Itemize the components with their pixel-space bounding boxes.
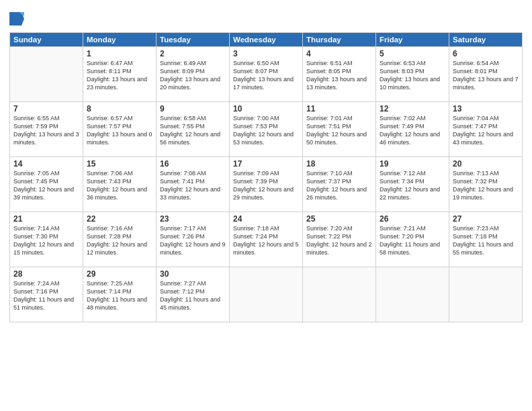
day-number: 12 xyxy=(380,104,445,113)
day-number: 6 xyxy=(453,49,519,58)
day-info: Sunrise: 7:24 AM Sunset: 7:16 PM Dayligh… xyxy=(13,279,79,312)
day-number: 7 xyxy=(13,104,79,113)
day-info: Sunrise: 7:16 AM Sunset: 7:28 PM Dayligh… xyxy=(87,224,152,257)
day-info: Sunrise: 6:51 AM Sunset: 8:05 PM Dayligh… xyxy=(306,59,372,92)
day-info: Sunrise: 7:13 AM Sunset: 7:32 PM Dayligh… xyxy=(453,169,519,202)
calendar-cell: 27Sunrise: 7:23 AM Sunset: 7:18 PM Dayli… xyxy=(449,212,523,267)
header-saturday: Saturday xyxy=(449,33,523,47)
day-info: Sunrise: 7:08 AM Sunset: 7:41 PM Dayligh… xyxy=(160,169,226,202)
calendar-week-row: 7Sunrise: 6:55 AM Sunset: 7:59 PM Daylig… xyxy=(10,102,523,157)
calendar-week-row: 14Sunrise: 7:05 AM Sunset: 7:45 PM Dayli… xyxy=(10,157,523,212)
day-info: Sunrise: 7:04 AM Sunset: 7:47 PM Dayligh… xyxy=(453,114,519,147)
day-number: 15 xyxy=(87,159,152,169)
day-number: 20 xyxy=(453,159,519,169)
calendar-cell xyxy=(376,267,449,322)
calendar-cell: 19Sunrise: 7:12 AM Sunset: 7:34 PM Dayli… xyxy=(376,157,449,212)
calendar-cell: 23Sunrise: 7:17 AM Sunset: 7:26 PM Dayli… xyxy=(157,212,230,267)
calendar-cell: 1Sunrise: 6:47 AM Sunset: 8:11 PM Daylig… xyxy=(83,47,157,102)
day-number: 4 xyxy=(306,49,372,58)
day-info: Sunrise: 7:09 AM Sunset: 7:39 PM Dayligh… xyxy=(233,169,299,202)
day-info: Sunrise: 6:58 AM Sunset: 7:55 PM Dayligh… xyxy=(160,114,226,147)
calendar-cell: 26Sunrise: 7:21 AM Sunset: 7:20 PM Dayli… xyxy=(376,212,449,267)
day-number: 18 xyxy=(306,159,372,169)
day-number: 28 xyxy=(13,269,79,279)
calendar-container: Sunday Monday Tuesday Wednesday Thursday… xyxy=(0,0,532,411)
day-number: 2 xyxy=(160,49,226,58)
day-info: Sunrise: 6:47 AM Sunset: 8:11 PM Dayligh… xyxy=(87,59,152,92)
header-monday: Monday xyxy=(83,33,157,47)
calendar-cell: 10Sunrise: 7:00 AM Sunset: 7:53 PM Dayli… xyxy=(230,102,303,157)
header-sunday: Sunday xyxy=(10,33,83,47)
day-number: 22 xyxy=(87,214,152,224)
day-number: 13 xyxy=(453,104,519,113)
day-number: 1 xyxy=(87,49,152,58)
day-number: 17 xyxy=(233,159,299,169)
day-info: Sunrise: 7:23 AM Sunset: 7:18 PM Dayligh… xyxy=(453,224,519,257)
header-tuesday: Tuesday xyxy=(157,33,230,47)
day-number: 25 xyxy=(306,214,372,224)
weekday-header-row: Sunday Monday Tuesday Wednesday Thursday… xyxy=(10,33,523,47)
calendar-cell: 17Sunrise: 7:09 AM Sunset: 7:39 PM Dayli… xyxy=(230,157,303,212)
day-number: 30 xyxy=(160,269,226,279)
calendar-cell: 29Sunrise: 7:25 AM Sunset: 7:14 PM Dayli… xyxy=(83,267,157,322)
day-number: 16 xyxy=(160,159,226,169)
day-number: 24 xyxy=(233,214,299,224)
day-number: 8 xyxy=(87,104,152,113)
calendar-cell: 14Sunrise: 7:05 AM Sunset: 7:45 PM Dayli… xyxy=(10,157,83,212)
day-info: Sunrise: 7:12 AM Sunset: 7:34 PM Dayligh… xyxy=(380,169,445,202)
calendar-cell xyxy=(303,267,376,322)
calendar-cell: 16Sunrise: 7:08 AM Sunset: 7:41 PM Dayli… xyxy=(157,157,230,212)
calendar-cell: 11Sunrise: 7:01 AM Sunset: 7:51 PM Dayli… xyxy=(303,102,376,157)
day-number: 5 xyxy=(380,49,445,58)
day-number: 26 xyxy=(380,214,445,224)
day-info: Sunrise: 7:10 AM Sunset: 7:37 PM Dayligh… xyxy=(306,169,372,202)
day-number: 10 xyxy=(233,104,299,113)
calendar-week-row: 28Sunrise: 7:24 AM Sunset: 7:16 PM Dayli… xyxy=(10,267,523,322)
calendar-cell: 2Sunrise: 6:49 AM Sunset: 8:09 PM Daylig… xyxy=(157,47,230,102)
header-wednesday: Wednesday xyxy=(230,33,303,47)
header-thursday: Thursday xyxy=(303,33,376,47)
calendar-cell: 4Sunrise: 6:51 AM Sunset: 8:05 PM Daylig… xyxy=(303,47,376,102)
day-number: 3 xyxy=(233,49,299,58)
day-info: Sunrise: 7:06 AM Sunset: 7:43 PM Dayligh… xyxy=(87,169,152,202)
calendar-cell xyxy=(10,47,83,102)
day-info: Sunrise: 7:05 AM Sunset: 7:45 PM Dayligh… xyxy=(13,169,79,202)
calendar-cell: 9Sunrise: 6:58 AM Sunset: 7:55 PM Daylig… xyxy=(157,102,230,157)
calendar-cell xyxy=(449,267,523,322)
day-info: Sunrise: 7:25 AM Sunset: 7:14 PM Dayligh… xyxy=(87,279,152,312)
day-info: Sunrise: 7:01 AM Sunset: 7:51 PM Dayligh… xyxy=(306,114,372,147)
calendar-cell: 5Sunrise: 6:53 AM Sunset: 8:03 PM Daylig… xyxy=(376,47,449,102)
calendar-cell: 20Sunrise: 7:13 AM Sunset: 7:32 PM Dayli… xyxy=(449,157,523,212)
calendar-cell: 24Sunrise: 7:18 AM Sunset: 7:24 PM Dayli… xyxy=(230,212,303,267)
day-number: 23 xyxy=(160,214,226,224)
calendar-cell: 8Sunrise: 6:57 AM Sunset: 7:57 PM Daylig… xyxy=(83,102,157,157)
calendar-cell: 3Sunrise: 6:50 AM Sunset: 8:07 PM Daylig… xyxy=(230,47,303,102)
day-info: Sunrise: 6:57 AM Sunset: 7:57 PM Dayligh… xyxy=(87,114,152,147)
day-number: 21 xyxy=(13,214,79,224)
day-info: Sunrise: 7:27 AM Sunset: 7:12 PM Dayligh… xyxy=(160,279,226,312)
day-number: 14 xyxy=(13,159,79,169)
day-info: Sunrise: 6:50 AM Sunset: 8:07 PM Dayligh… xyxy=(233,59,299,92)
day-info: Sunrise: 7:21 AM Sunset: 7:20 PM Dayligh… xyxy=(380,224,445,257)
day-info: Sunrise: 7:14 AM Sunset: 7:30 PM Dayligh… xyxy=(13,224,79,257)
calendar-cell: 12Sunrise: 7:02 AM Sunset: 7:49 PM Dayli… xyxy=(376,102,449,157)
day-number: 11 xyxy=(306,104,372,113)
calendar-cell: 28Sunrise: 7:24 AM Sunset: 7:16 PM Dayli… xyxy=(10,267,83,322)
calendar-table: Sunday Monday Tuesday Wednesday Thursday… xyxy=(9,32,523,322)
day-info: Sunrise: 7:17 AM Sunset: 7:26 PM Dayligh… xyxy=(160,224,226,257)
day-info: Sunrise: 6:54 AM Sunset: 8:01 PM Dayligh… xyxy=(453,59,519,92)
calendar-cell: 22Sunrise: 7:16 AM Sunset: 7:28 PM Dayli… xyxy=(83,212,157,267)
day-info: Sunrise: 6:55 AM Sunset: 7:59 PM Dayligh… xyxy=(13,114,79,147)
calendar-cell: 30Sunrise: 7:27 AM Sunset: 7:12 PM Dayli… xyxy=(157,267,230,322)
day-number: 29 xyxy=(87,269,152,279)
calendar-cell: 6Sunrise: 6:54 AM Sunset: 8:01 PM Daylig… xyxy=(449,47,523,102)
day-info: Sunrise: 6:53 AM Sunset: 8:03 PM Dayligh… xyxy=(380,59,445,92)
day-number: 27 xyxy=(453,214,519,224)
calendar-cell: 13Sunrise: 7:04 AM Sunset: 7:47 PM Dayli… xyxy=(449,102,523,157)
day-info: Sunrise: 6:49 AM Sunset: 8:09 PM Dayligh… xyxy=(160,59,226,92)
day-info: Sunrise: 7:20 AM Sunset: 7:22 PM Dayligh… xyxy=(306,224,372,257)
day-info: Sunrise: 7:02 AM Sunset: 7:49 PM Dayligh… xyxy=(380,114,445,147)
day-number: 19 xyxy=(380,159,445,169)
day-info: Sunrise: 7:18 AM Sunset: 7:24 PM Dayligh… xyxy=(233,224,299,257)
header xyxy=(9,7,523,28)
